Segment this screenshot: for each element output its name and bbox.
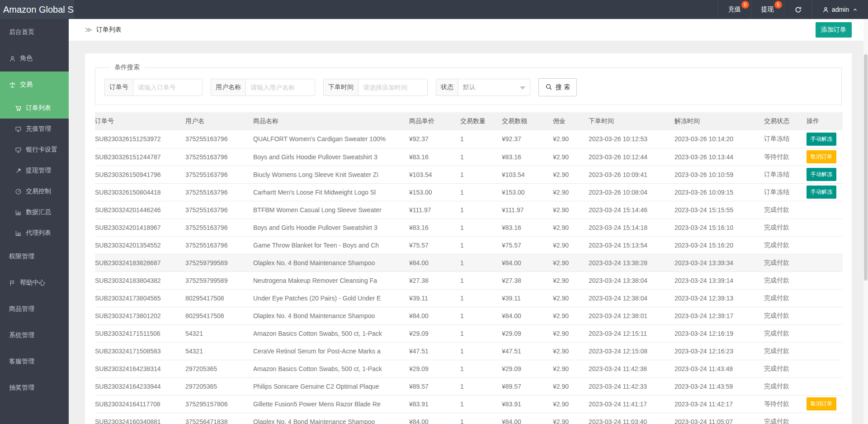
cell-order-time: 2023-03-26 10:12:53 (589, 130, 675, 148)
cell-qty: 1 (460, 324, 502, 342)
scrollbar-track[interactable] (863, 19, 868, 424)
cell-status: 完成付款 (764, 342, 807, 360)
column-header: 下单时间 (589, 112, 675, 130)
add-order-button[interactable]: 添加订单 (816, 22, 852, 38)
cell-amount: ¥75.57 (502, 236, 553, 254)
cell-commission: ¥2.90 (553, 360, 589, 377)
recharge-badge: 0 (741, 1, 749, 9)
refresh-icon (794, 6, 802, 14)
sidebar-item-support-manage[interactable]: 客服管理 (0, 348, 69, 375)
top-header: Amazon Global Sales... 充值 0 提现 5 admin (0, 0, 868, 19)
sidebar-item-product-manage[interactable]: 商品管理 (0, 296, 69, 322)
order-row: SUB23032417380120280295417508Olaplex No.… (95, 307, 843, 324)
username-input[interactable] (246, 79, 315, 95)
cell-action (807, 272, 843, 289)
sidebar-item-label: 交易控制 (26, 187, 51, 195)
withdraw-nav[interactable]: 提现 5 (751, 0, 784, 19)
order-row: SUB230326151253972375255163796QUALFORT W… (95, 130, 843, 148)
cell-order-time: 2023-03-24 13:38:04 (589, 272, 675, 289)
cell-amount: ¥84.00 (502, 254, 553, 272)
cell-action (807, 254, 843, 272)
cell-commission: ¥2.90 (553, 148, 589, 166)
sidebar-item-recharge-manage[interactable]: 充值管理 (0, 119, 69, 139)
cell-status: 订单冻结 (764, 166, 807, 183)
cell-product: Boys and Girls Hoodie Pullover Sweatshir… (253, 219, 409, 236)
sidebar-item-label: 商品管理 (9, 305, 34, 313)
sidebar-item-label: 权限管理 (9, 252, 34, 261)
cell-order-time: 2023-03-24 11:41:17 (589, 395, 675, 413)
cell-qty: 1 (460, 395, 502, 413)
content-card: 条件搜索 订单号 用户名称 下单时间 状态 默认 (85, 53, 852, 424)
cell-qty: 1 (460, 360, 502, 377)
cell-product: Amazon Basics Cotton Swabs, 500 ct, 1-Pa… (253, 360, 409, 377)
sidebar-item-label: 银行卡设置 (26, 146, 57, 154)
cell-product: Boys and Girls Hoodie Pullover Sweatshir… (253, 148, 409, 166)
unfreeze-button[interactable]: 手动解冻 (807, 133, 836, 146)
status-select[interactable]: 默认 (458, 79, 530, 95)
sidebar-item-lottery-manage[interactable]: 抽奖管理 (0, 375, 69, 401)
cell-product: Olaplex No. 4 Bond Maintenance Shampoo (253, 307, 409, 324)
sidebar-item-label: 订单列表 (26, 104, 51, 112)
order-no-label: 订单号 (105, 79, 133, 95)
cell-amount: ¥29.09 (502, 360, 553, 377)
cell-commission: ¥2.90 (553, 395, 589, 413)
sidebar-item-permission-manage[interactable]: 权限管理 (0, 243, 69, 270)
cell-product: Olaplex No. 4 Bond Maintenance Shampoo (253, 413, 409, 424)
cell-user: 375255163796 (185, 130, 253, 148)
sidebar-item-bank-card-settings[interactable]: 银行卡设置 (0, 139, 69, 160)
refresh-button[interactable] (784, 0, 812, 19)
sidebar-item-help-center[interactable]: 帮助中心 (0, 270, 69, 296)
sidebar-item-system-manage[interactable]: 系统管理 (0, 322, 69, 348)
unfreeze-button[interactable]: 手动解冻 (807, 168, 836, 181)
cell-order-time: 2023-03-24 15:14:18 (589, 219, 675, 236)
sidebar-item-dashboard[interactable]: 后台首页 (0, 19, 69, 45)
cell-action: 手动解冻 (807, 183, 843, 201)
cell-unfreeze-time: 2023-03-24 12:16:23 (675, 342, 764, 360)
person-icon (9, 55, 16, 62)
sidebar-item-agent-list[interactable]: 代理列表 (0, 223, 69, 243)
sidebar-item-trade[interactable]: 交易 (0, 71, 69, 98)
username-label: 用户名称 (211, 79, 246, 95)
order-time-input[interactable] (359, 79, 427, 95)
cell-order-time: 2023-03-24 15:14:46 (589, 201, 675, 219)
cell-action (807, 342, 843, 360)
cancel-order-button[interactable]: 取消订单 (807, 397, 836, 410)
recharge-label: 充值 (728, 5, 741, 14)
cell-qty: 1 (460, 148, 502, 166)
cell-qty: 1 (460, 289, 502, 307)
sidebar-item-label: 帮助中心 (20, 279, 45, 287)
cell-price: ¥83.91 (409, 395, 460, 413)
withdraw-label: 提现 (761, 5, 774, 14)
cell-order-no: SUB230326151253972 (95, 130, 185, 148)
unfreeze-button[interactable]: 手动解冻 (807, 186, 836, 199)
cell-action (807, 360, 843, 377)
sidebar-item-data-summary[interactable]: 数据汇总 (0, 202, 69, 223)
cancel-order-button[interactable]: 取消订单 (807, 150, 836, 163)
cell-amount: ¥39.11 (502, 289, 553, 307)
sidebar-item-withdraw-manage[interactable]: 提现管理 (0, 160, 69, 181)
column-header: 交易状态 (764, 112, 807, 130)
search-button[interactable]: 搜 索 (538, 78, 577, 96)
cell-order-time: 2023-03-24 12:38:04 (589, 289, 675, 307)
user-menu[interactable]: admin (812, 0, 868, 19)
cell-product: Game Throw Blanket for Teen - Boys and C… (253, 236, 409, 254)
sidebar-item-order-list[interactable]: 订单列表 (0, 98, 69, 119)
sidebar-item-roles[interactable]: 角色 (0, 45, 69, 71)
cell-order-time: 2023-03-24 13:38:28 (589, 254, 675, 272)
recharge-nav[interactable]: 充值 0 (718, 0, 751, 19)
cell-action (807, 219, 843, 236)
cell-price: ¥153.00 (409, 183, 460, 201)
cell-amount: ¥83.91 (502, 395, 553, 413)
cell-order-no: SUB230324201446246 (95, 201, 185, 219)
cell-product: Biucly Womens Long Sleeve Knit Sweater Z… (253, 166, 409, 183)
scrollbar-thumb[interactable] (864, 54, 868, 281)
cell-order-time: 2023-03-26 10:12:44 (589, 148, 675, 166)
cell-price: ¥29.09 (409, 360, 460, 377)
cell-order-no: SUB230324173801202 (95, 307, 185, 324)
order-no-input[interactable] (133, 79, 202, 95)
order-row: SUB230324183804382375259799589Neutrogena… (95, 272, 843, 289)
cell-price: ¥84.00 (409, 413, 460, 424)
cell-unfreeze-time: 2023-03-24 12:39:17 (675, 307, 764, 324)
sidebar-item-trade-control[interactable]: 交易控制 (0, 181, 69, 202)
cell-qty: 1 (460, 236, 502, 254)
